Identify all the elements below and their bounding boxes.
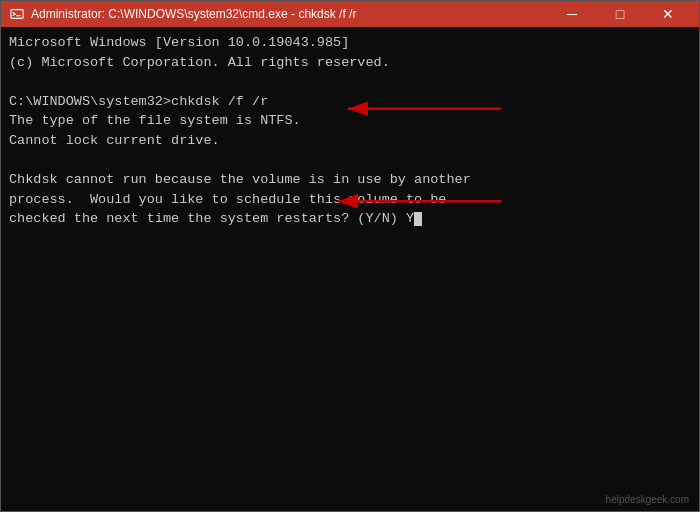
close-button[interactable]: ✕ — [645, 1, 691, 27]
terminal-body[interactable]: Microsoft Windows [Version 10.0.19043.98… — [1, 27, 699, 511]
title-bar: Administrator: C:\WINDOWS\system32\cmd.e… — [1, 1, 699, 27]
svg-rect-0 — [11, 10, 23, 19]
title-bar-text: Administrator: C:\WINDOWS\system32\cmd.e… — [31, 7, 549, 21]
terminal-output: Microsoft Windows [Version 10.0.19043.98… — [9, 33, 691, 229]
minimize-button[interactable]: ─ — [549, 1, 595, 27]
cursor — [414, 212, 422, 226]
cmd-icon — [9, 6, 25, 22]
cmd-window: Administrator: C:\WINDOWS\system32\cmd.e… — [0, 0, 700, 512]
watermark: helpdeskgeek.com — [606, 494, 689, 505]
title-bar-controls: ─ □ ✕ — [549, 1, 691, 27]
maximize-button[interactable]: □ — [597, 1, 643, 27]
